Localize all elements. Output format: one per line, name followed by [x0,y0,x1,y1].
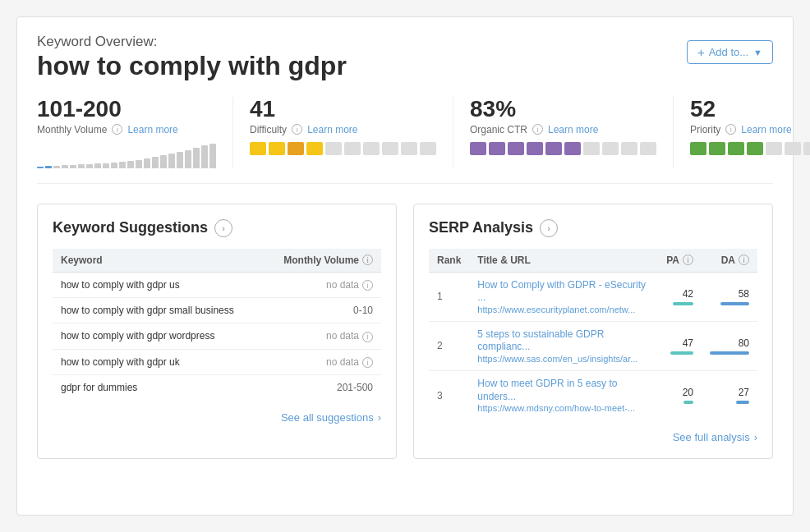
bar-21 [209,144,216,168]
keyword-row-1[interactable]: how to comply with gdpr small business0-… [53,298,381,323]
bar-7 [94,163,101,168]
metric-value-difficulty: 41 [250,97,436,122]
keyword-cell-2: how to comply with gdpr wordpress [53,323,264,350]
rank-col-header: Rank [429,249,469,273]
serp-rank-num-2: 3 [437,390,443,401]
seg-bar-organic-ctr-6 [583,142,600,155]
keyword-row-3[interactable]: how to comply with gdpr ukno datai [53,349,381,375]
serp-da-bar-2 [736,401,749,404]
serp-pa-cell-1: 47 [658,321,702,370]
serp-da-num-2: 27 [739,387,749,398]
volume-cell-2: no datai [264,323,381,350]
serp-url-text-0: https://www.esecurityplanet.com/netw... [477,305,650,314]
serp-analysis-nav-icon[interactable]: › [540,219,558,237]
seg-bar-priority-6 [803,142,810,155]
metric-learn-more-monthly-volume[interactable]: Learn more [127,124,177,135]
see-full-analysis-link[interactable]: See full analysis › [673,431,757,443]
see-all-arrow-icon: › [378,411,381,424]
serp-row-0[interactable]: 1How to Comply with GDPR - eSecurity ...… [429,272,757,321]
keyword-suggestions-nav-icon[interactable]: › [214,219,232,237]
see-all-suggestions-link[interactable]: See all suggestions › [281,411,381,424]
metric-learn-more-difficulty[interactable]: Learn more [307,124,357,135]
keyword-cell-0: how to comply with gdpr us [53,272,264,298]
bar-3 [62,165,68,168]
header-section: Keyword Overview: how to comply with gdp… [37,34,773,82]
main-panels: Keyword Suggestions › Keyword Monthly Vo… [37,204,773,460]
bar-9 [111,163,117,168]
seg-bar-priority-3 [747,142,763,155]
serp-row-1[interactable]: 25 steps to sustainable GDPR complianc..… [429,321,757,370]
pa-header-info-icon[interactable]: i [683,255,693,265]
metric-info-icon-monthly-volume[interactable]: i [112,124,122,135]
title-url-col-header: Title & URL [469,249,658,273]
serp-rank-num-1: 2 [437,340,443,351]
serp-url-cell-2: How to meet GDPR in 5 easy to unders...h… [469,370,658,420]
volume-cell-3: no datai [264,349,381,375]
serp-pa-bar-2 [683,401,693,404]
keyword-row-4[interactable]: gdpr for dummies201-500 [53,375,381,401]
serp-pa-cell-0: 42 [658,272,702,321]
keyword-row-2[interactable]: how to comply with gdpr wordpressno data… [53,323,381,350]
seg-bar-priority-4 [766,142,782,155]
serp-rank-num-0: 1 [437,291,443,302]
metric-info-icon-priority[interactable]: i [725,124,736,135]
metric-info-icon-organic-ctr[interactable]: i [532,124,543,135]
volume-bar-chart [37,142,216,168]
add-to-button[interactable]: + Add to... ▼ [687,40,773,64]
row-info-icon-2[interactable]: i [362,332,373,342]
serp-url-text-1: https://www.sas.com/en_us/insights/ar... [477,354,650,364]
serp-da-num-0: 58 [739,288,749,300]
bar-6 [86,164,93,168]
keyword-suggestions-title: Keyword Suggestions › [53,219,381,237]
seg-bar-organic-ctr-7 [602,142,619,155]
bar-12 [136,160,142,168]
keyword-suggestions-table: Keyword Monthly Volume i how to comply w… [53,249,381,401]
metric-learn-more-priority[interactable]: Learn more [741,124,791,135]
no-data-label-0: no data [326,279,359,291]
metric-label-priority: Priority [690,124,720,135]
serp-da-cell-0: 58 [702,272,757,321]
serp-da-num-1: 80 [739,337,749,349]
serp-row-2[interactable]: 3How to meet GDPR in 5 easy to unders...… [429,370,757,420]
keyword-header: Keyword Overview: how to comply with gdp… [37,34,347,82]
serp-analysis-table: Rank Title & URL PA i DA i [429,249,757,420]
serp-title-link-0[interactable]: How to Comply with GDPR - eSecurity ... [477,279,650,305]
keyword-title: how to comply with gdpr [37,50,347,81]
keyword-row-0[interactable]: how to comply with gdpr usno datai [53,272,381,298]
serp-da-cell-1: 80 [702,321,757,370]
serp-title-link-2[interactable]: How to meet GDPR in 5 easy to unders... [477,378,650,403]
serp-title-link-1[interactable]: 5 steps to sustainable GDPR complianc... [477,328,650,354]
metrics-row: 101-200Monthly VolumeiLearn more41Diffic… [37,97,773,184]
metric-label-row-organic-ctr: Organic CTRiLearn more [470,124,656,135]
seg-bar-difficulty-5 [344,142,361,155]
metric-learn-more-organic-ctr[interactable]: Learn more [548,124,598,135]
seg-bar-difficulty-7 [382,142,398,155]
bar-13 [144,158,150,168]
serp-da-bar-1 [710,351,749,355]
serp-rank-cell-0: 1 [429,272,469,321]
bar-10 [119,162,126,168]
seg-bar-organic-ctr-4 [545,142,562,155]
seg-bar-organic-ctr-0 [470,142,486,155]
metric-label-row-difficulty: DifficultyiLearn more [250,124,436,135]
serp-pa-bar-0 [673,302,693,305]
keyword-suggestions-panel: Keyword Suggestions › Keyword Monthly Vo… [37,204,397,460]
metric-label-monthly-volume: Monthly Volume [37,124,107,135]
serp-rank-cell-2: 3 [429,370,469,420]
row-info-icon-3[interactable]: i [362,357,373,368]
bar-18 [185,150,191,168]
da-header-info-icon[interactable]: i [739,255,749,265]
metric-block-priority: 52PriorityiLearn more [673,97,810,168]
row-info-icon-0[interactable]: i [362,280,373,291]
metric-block-organic-ctr: 83%Organic CTRiLearn more [453,97,673,168]
bar-14 [152,157,159,168]
volume-header-info-icon[interactable]: i [362,255,373,265]
metric-label-row-monthly-volume: Monthly VolumeiLearn more [37,124,216,135]
metric-block-monthly-volume: 101-200Monthly VolumeiLearn more [37,97,232,168]
serp-rank-cell-1: 2 [429,321,469,370]
metric-info-icon-difficulty[interactable]: i [292,124,302,135]
seg-bar-priority-5 [785,142,801,155]
seg-bar-organic-ctr-1 [489,142,505,155]
see-full-analysis: See full analysis › [429,431,757,443]
no-data-label-2: no data [326,330,359,342]
